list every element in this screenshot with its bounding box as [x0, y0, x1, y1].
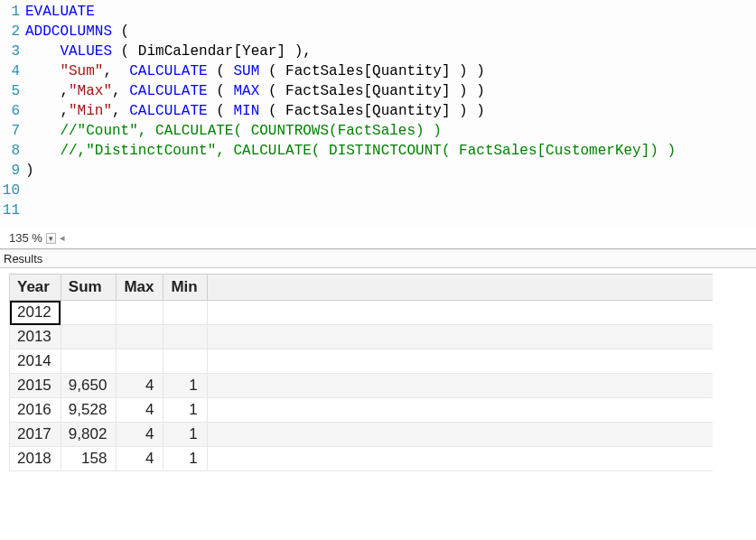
line-number: 10	[0, 181, 25, 200]
cell-max[interactable]: 4	[117, 398, 163, 423]
code-content[interactable]	[25, 200, 756, 220]
code-content[interactable]: ,"Max", CALCULATE ( MAX ( FactSales[Quan…	[25, 81, 756, 101]
line-number: 1	[0, 2, 25, 22]
cell-max[interactable]	[117, 349, 163, 374]
cell-sum[interactable]	[61, 301, 117, 325]
cell-min[interactable]	[163, 301, 207, 325]
code-content[interactable]: )	[25, 161, 756, 181]
code-line[interactable]: 9)	[0, 161, 756, 181]
column-header[interactable]: Max	[117, 275, 163, 301]
cell-spacer	[207, 301, 713, 325]
cell-min[interactable]: 1	[163, 423, 207, 447]
cell-spacer	[207, 447, 713, 471]
cell-max[interactable]: 4	[117, 423, 163, 447]
line-number: 8	[0, 141, 25, 161]
zoom-dropdown[interactable]: ▾	[46, 233, 56, 244]
table-row[interactable]: 201815841	[10, 447, 714, 471]
code-line[interactable]: 3 VALUES ( DimCalendar[Year] ),	[0, 42, 756, 61]
column-header[interactable]: Min	[163, 275, 207, 301]
code-content[interactable]: EVALUATE	[25, 2, 756, 22]
cell-max[interactable]: 4	[117, 447, 163, 471]
cell-sum[interactable]	[61, 325, 117, 349]
table-row[interactable]: 2012	[10, 301, 714, 325]
line-number: 7	[0, 121, 25, 141]
cell-spacer	[207, 349, 713, 374]
table-row[interactable]: 2014	[10, 349, 714, 374]
line-number: 4	[0, 61, 25, 81]
line-number: 5	[0, 81, 25, 101]
cell-min[interactable]: 1	[163, 398, 207, 423]
cell-year[interactable]: 2014	[10, 349, 61, 374]
cell-year[interactable]: 2012	[10, 301, 61, 325]
cell-max[interactable]: 4	[117, 374, 163, 398]
column-header-spacer	[207, 275, 713, 301]
cell-min[interactable]: 1	[163, 447, 207, 471]
code-content[interactable]: //,"DistinctCount", CALCULATE( DISTINCTC…	[25, 141, 756, 161]
code-content[interactable]: //"Count", CALCULATE( COUNTROWS(FactSale…	[25, 121, 756, 141]
scroll-left-icon[interactable]: ◂	[60, 232, 65, 244]
code-line[interactable]: 6 ,"Min", CALCULATE ( MIN ( FactSales[Qu…	[0, 101, 756, 121]
cell-sum[interactable]: 158	[61, 447, 117, 471]
table-row[interactable]: 2013	[10, 325, 714, 349]
cell-year[interactable]: 2016	[10, 398, 61, 423]
code-line[interactable]: 11	[0, 200, 756, 220]
column-header[interactable]: Year	[10, 275, 61, 301]
code-line[interactable]: 10	[0, 181, 756, 200]
table-row[interactable]: 20159,65041	[10, 374, 714, 398]
line-number: 3	[0, 42, 25, 61]
results-tab[interactable]: Results	[0, 250, 756, 268]
code-line[interactable]: 7 //"Count", CALCULATE( COUNTROWS(FactSa…	[0, 121, 756, 141]
table-header-row: YearSumMaxMin	[10, 275, 714, 301]
line-number: 2	[0, 22, 25, 42]
cell-sum[interactable]: 9,802	[61, 423, 117, 447]
column-header[interactable]: Sum	[61, 275, 117, 301]
table-row[interactable]: 20169,52841	[10, 398, 714, 423]
line-number: 6	[0, 101, 25, 121]
code-content[interactable]	[25, 181, 756, 200]
cell-spacer	[207, 423, 713, 447]
cell-year[interactable]: 2018	[10, 447, 61, 471]
code-line[interactable]: 8 //,"DistinctCount", CALCULATE( DISTINC…	[0, 141, 756, 161]
cell-sum[interactable]: 9,528	[61, 398, 117, 423]
cell-spacer	[207, 374, 713, 398]
zoom-bar: 135 % ▾ ◂	[0, 228, 756, 248]
cell-year[interactable]: 2013	[10, 325, 61, 349]
cell-year[interactable]: 2015	[10, 374, 61, 398]
code-content[interactable]: ,"Min", CALCULATE ( MIN ( FactSales[Quan…	[25, 101, 756, 121]
cell-sum[interactable]: 9,650	[61, 374, 117, 398]
code-line[interactable]: 4 "Sum", CALCULATE ( SUM ( FactSales[Qua…	[0, 61, 756, 81]
results-grid[interactable]: YearSumMaxMin20122013201420159,650412016…	[0, 268, 756, 471]
code-line[interactable]: 2ADDCOLUMNS (	[0, 22, 756, 42]
code-line[interactable]: 5 ,"Max", CALCULATE ( MAX ( FactSales[Qu…	[0, 81, 756, 101]
line-number: 9	[0, 161, 25, 181]
cell-spacer	[207, 398, 713, 423]
code-content[interactable]: "Sum", CALCULATE ( SUM ( FactSales[Quant…	[25, 61, 756, 81]
line-number: 11	[0, 200, 25, 220]
code-editor[interactable]: 1EVALUATE2ADDCOLUMNS (3 VALUES ( DimCale…	[0, 0, 756, 228]
cell-min[interactable]	[163, 349, 207, 374]
cell-sum[interactable]	[61, 349, 117, 374]
code-line[interactable]: 1EVALUATE	[0, 2, 756, 22]
cell-max[interactable]	[117, 325, 163, 349]
cell-max[interactable]	[117, 301, 163, 325]
cell-year[interactable]: 2017	[10, 423, 61, 447]
cell-min[interactable]: 1	[163, 374, 207, 398]
code-content[interactable]: VALUES ( DimCalendar[Year] ),	[25, 42, 756, 61]
cell-min[interactable]	[163, 325, 207, 349]
cell-spacer	[207, 325, 713, 349]
code-content[interactable]: ADDCOLUMNS (	[25, 22, 756, 42]
zoom-level: 135 %	[9, 231, 42, 245]
table-row[interactable]: 20179,80241	[10, 423, 714, 447]
